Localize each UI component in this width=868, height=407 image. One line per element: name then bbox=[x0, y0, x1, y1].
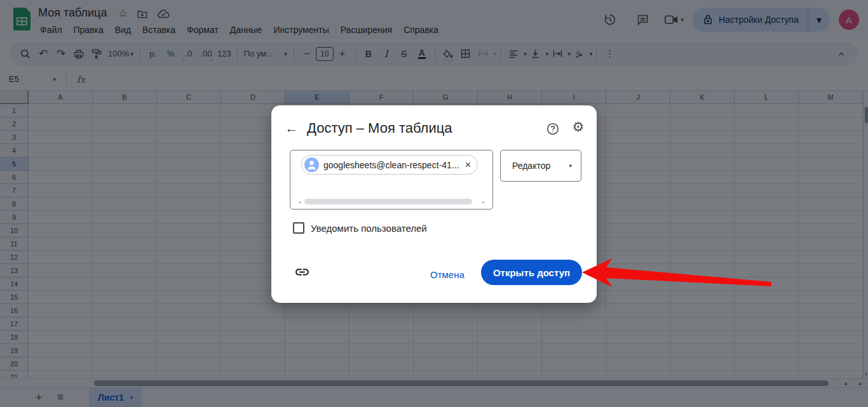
recipient-input[interactable]: googlesheets@clean-respect-41... × ◂ ▸ bbox=[290, 150, 493, 210]
notify-checkbox[interactable] bbox=[293, 222, 304, 234]
notify-label: Уведомить пользователей bbox=[311, 223, 427, 234]
role-caret-icon: ▾ bbox=[569, 163, 572, 169]
recipient-chip[interactable]: googlesheets@clean-respect-41... × bbox=[301, 155, 478, 175]
share-submit-button[interactable]: Открыть доступ bbox=[481, 260, 582, 285]
chip-scroll-left-icon[interactable]: ◂ bbox=[295, 199, 303, 205]
help-icon[interactable] bbox=[545, 121, 561, 137]
chip-scrollbar[interactable]: ◂ ▸ bbox=[295, 198, 487, 205]
role-select[interactable]: Редактор ▾ bbox=[500, 150, 581, 182]
dialog-title: Доступ – Моя таблица bbox=[307, 120, 452, 137]
chip-close-icon[interactable]: × bbox=[463, 159, 472, 170]
google-sheets-app: Моя таблица ☆ ФайлПравкаВидВставкаФормат… bbox=[0, 0, 868, 407]
cancel-button[interactable]: Отмена bbox=[424, 267, 471, 283]
share-submit-label: Открыть доступ bbox=[493, 267, 570, 278]
recipient-email: googlesheets@clean-respect-41... bbox=[323, 160, 459, 170]
copy-link-icon[interactable] bbox=[294, 264, 311, 281]
share-dialog: ← Доступ – Моя таблица ⚙ googlesheets@cl… bbox=[271, 105, 597, 303]
back-icon[interactable]: ← bbox=[283, 119, 301, 137]
role-label: Редактор bbox=[512, 161, 550, 171]
chip-scrollbar-thumb[interactable] bbox=[304, 199, 472, 204]
chip-scroll-right-icon[interactable]: ▸ bbox=[480, 199, 487, 205]
person-avatar-icon bbox=[304, 157, 319, 172]
settings-gear-icon[interactable]: ⚙ bbox=[570, 119, 587, 135]
